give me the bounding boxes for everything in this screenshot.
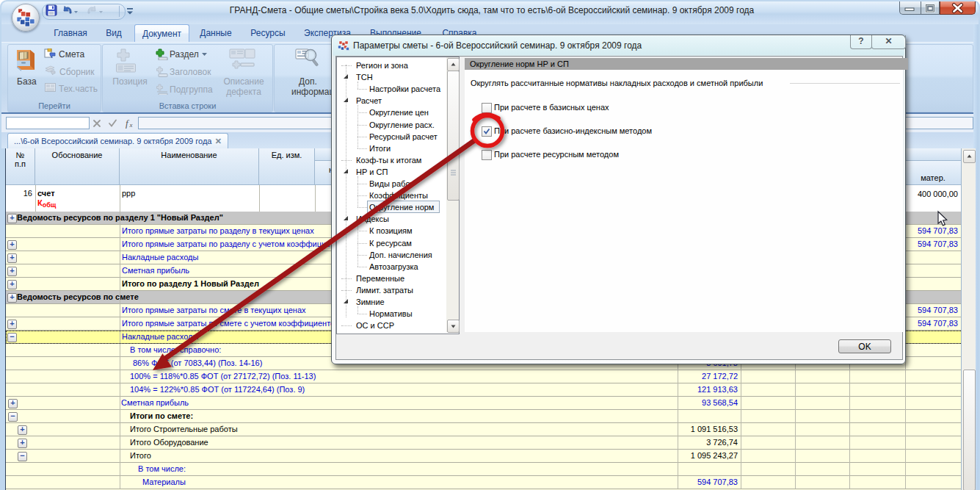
svg-text:x: x — [129, 121, 133, 129]
